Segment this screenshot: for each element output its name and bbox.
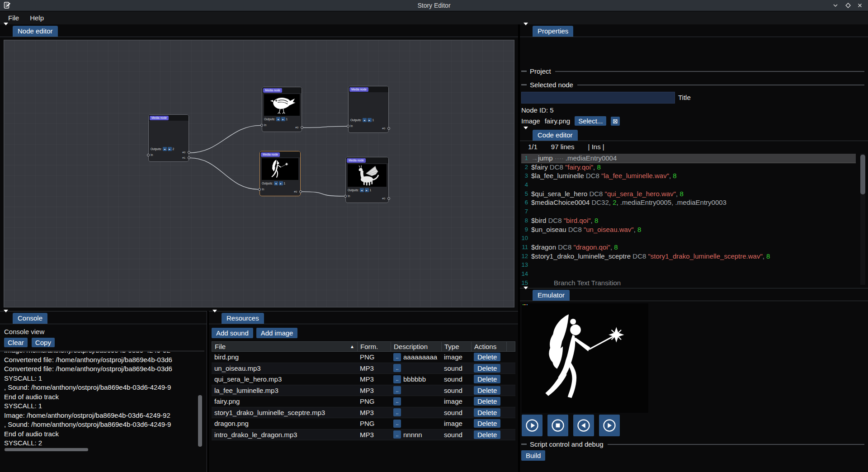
code-line[interactable]: 1→jump ···· .mediaEntry0004 <box>521 154 856 163</box>
column-header-file[interactable]: File ▲ <box>212 342 358 351</box>
menu-help[interactable]: Help <box>24 12 49 24</box>
code-line[interactable]: 14 <box>521 269 856 278</box>
tab-properties[interactable]: Properties <box>533 26 573 37</box>
delete-button[interactable]: Delete <box>474 364 500 373</box>
output-port[interactable] <box>188 156 190 159</box>
collapse-panel-icon[interactable] <box>524 25 528 33</box>
output-port[interactable] <box>188 151 190 154</box>
decrease-outputs-button[interactable]: ◂ <box>360 188 364 192</box>
code-line[interactable]: 10 <box>521 234 856 243</box>
console-horizontal-scrollbar[interactable] <box>5 448 88 451</box>
increase-outputs-button[interactable]: ▸ <box>279 181 283 185</box>
collapse-panel-icon[interactable] <box>524 289 528 297</box>
column-header-actions[interactable]: Actions <box>472 342 507 351</box>
delete-button[interactable]: Delete <box>474 430 500 439</box>
code-line[interactable]: 4 <box>521 180 856 189</box>
collapse-panel-icon[interactable] <box>4 25 9 33</box>
edit-description-button[interactable]: .. <box>393 397 401 406</box>
delete-button[interactable]: Delete <box>474 408 500 417</box>
collapse-panel-icon[interactable] <box>4 312 9 321</box>
output-port[interactable] <box>299 190 302 193</box>
image-clear-button[interactable]: ⊠ <box>611 117 620 126</box>
play-button[interactable] <box>522 415 542 436</box>
code-line[interactable]: 2$fairy DC8 "fairy.qoi", 8 <box>521 163 856 172</box>
decrease-outputs-button[interactable]: ◂ <box>363 118 367 122</box>
add-sound-button[interactable]: Add sound <box>212 328 253 338</box>
delete-button[interactable]: Delete <box>474 375 500 383</box>
collapse-panel-icon[interactable] <box>212 312 217 321</box>
code-text-area[interactable]: 1→jump ···· .mediaEntry00042$fairy DC8 "… <box>521 154 856 286</box>
code-line[interactable]: 12$story1_drako_luminelle_sceptre DC8 "s… <box>521 252 856 261</box>
stop-button[interactable] <box>547 415 568 436</box>
edit-description-button[interactable]: .. <box>393 408 401 416</box>
tab-emulator[interactable]: Emulator <box>533 290 570 301</box>
console-vertical-scrollbar[interactable] <box>198 395 202 447</box>
add-image-button[interactable]: Add image <box>256 328 298 338</box>
table-row[interactable]: fairy.pngPNG..imageDelete <box>212 396 515 407</box>
column-header-description[interactable]: Description <box>391 342 442 351</box>
build-button[interactable]: Build <box>521 450 545 461</box>
tab-node-editor[interactable]: Node editor <box>13 26 58 37</box>
collapse-panel-icon[interactable] <box>524 129 528 137</box>
tab-console[interactable]: Console <box>13 313 47 324</box>
console-log[interactable]: Image: /home/anthony/ostproj/ba869e4b-03… <box>4 352 196 447</box>
node-graph-canvas[interactable]: Media nodeOutputs:◂▸2In#0#1Media nodeOut… <box>4 40 514 307</box>
code-line[interactable]: 7 <box>521 207 856 216</box>
table-row[interactable]: qui_sera_le_hero.mp3MP3..bbbbbbsoundDele… <box>212 374 515 385</box>
table-row[interactable]: intro_drako_le_dragon.mp3MP3..nnnnnsound… <box>212 430 515 441</box>
close-icon[interactable] <box>856 2 863 9</box>
table-row[interactable]: un_oiseau.mp3MP3..soundDelete <box>212 363 515 374</box>
input-port[interactable] <box>147 154 150 156</box>
edit-description-button[interactable]: .. <box>393 386 401 394</box>
input-port[interactable] <box>347 125 349 127</box>
column-header-type[interactable]: Type <box>442 342 472 351</box>
step-forward-button[interactable] <box>599 415 620 436</box>
edit-description-button[interactable]: .. <box>393 420 401 428</box>
title-input[interactable] <box>521 92 675 104</box>
edit-description-button[interactable]: .. <box>393 353 401 361</box>
clear-button[interactable]: Clear <box>4 338 28 347</box>
minimize-icon[interactable] <box>832 2 839 9</box>
output-port[interactable] <box>387 197 390 200</box>
output-port[interactable] <box>301 126 303 129</box>
tab-resources[interactable]: Resources <box>222 313 264 324</box>
edit-description-button[interactable]: .. <box>393 364 401 372</box>
tab-code-editor[interactable]: Code editor <box>533 130 578 141</box>
code-line[interactable]: 3$la_fee_luminelle DC8 "la_fee_luminelle… <box>521 171 856 180</box>
input-port[interactable] <box>258 188 261 191</box>
copy-button[interactable]: Copy <box>32 338 55 347</box>
code-line[interactable]: 6$mediaChoice0004 DC32, 2, .mediaEntry00… <box>521 198 856 207</box>
table-row[interactable]: la_fee_luminelle.mp3MP3..soundDelete <box>212 385 515 396</box>
code-scrollbar-thumb[interactable] <box>860 155 865 194</box>
menu-file[interactable]: File <box>3 12 24 24</box>
media-node[interactable]: Media nodeOutputs:◂▸1In#0 <box>348 86 389 133</box>
decrease-outputs-button[interactable]: ◂ <box>274 181 278 185</box>
code-line[interactable]: 5$qui_sera_le_hero DC8 "qui_sera_le_hero… <box>521 189 856 198</box>
media-node-dragon[interactable]: Media nodeOutputs:◂▸1In#0 <box>345 157 389 203</box>
input-port[interactable] <box>344 195 347 198</box>
code-line[interactable]: 11$dragon DC8 "dragon.qoi", 8 <box>521 243 856 252</box>
column-header-format[interactable]: Form. <box>358 342 391 351</box>
delete-button[interactable]: Delete <box>474 397 500 406</box>
code-line[interactable]: 15 Branch Text Transition <box>521 278 856 286</box>
increase-outputs-button[interactable]: ▸ <box>368 118 372 122</box>
edit-description-button[interactable]: .. <box>393 375 401 383</box>
media-node-fairy[interactable]: Media nodeOutputs:◂▸1In#0 <box>259 151 301 196</box>
increase-outputs-button[interactable]: ▸ <box>365 188 369 192</box>
delete-button[interactable]: Delete <box>474 419 500 428</box>
maximize-icon[interactable] <box>844 2 852 9</box>
delete-button[interactable]: Delete <box>474 353 500 361</box>
output-port[interactable] <box>387 127 390 130</box>
table-row[interactable]: dragon.pngPNG..imageDelete <box>212 418 515 430</box>
step-back-button[interactable] <box>573 415 594 436</box>
decrease-outputs-button[interactable]: ◂ <box>276 117 280 121</box>
delete-button[interactable]: Delete <box>474 386 500 395</box>
media-node[interactable]: Media nodeOutputs:◂▸2In#0#1 <box>148 114 189 162</box>
media-node-bird[interactable]: Media nodeOutputs:◂▸1In#0 <box>262 87 302 132</box>
image-select-button[interactable]: Select... <box>575 116 606 126</box>
code-line[interactable]: 8$bird DC8 "bird.qoi", 8 <box>521 216 856 225</box>
edit-description-button[interactable]: .. <box>393 430 401 439</box>
increase-outputs-button[interactable]: ▸ <box>281 117 285 121</box>
decrease-outputs-button[interactable]: ◂ <box>163 147 167 151</box>
input-port[interactable] <box>260 124 263 127</box>
